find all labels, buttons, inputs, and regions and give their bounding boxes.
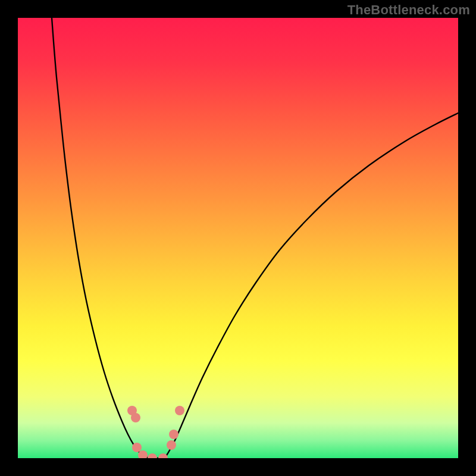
data-marker — [169, 430, 178, 439]
data-marker — [131, 413, 140, 422]
watermark-text: TheBottleneck.com — [347, 2, 470, 18]
plot-area — [18, 18, 458, 458]
data-marker — [167, 440, 176, 450]
chart-frame: TheBottleneck.com — [0, 0, 476, 476]
data-marker — [175, 406, 184, 415]
bottleneck-curve — [18, 18, 458, 458]
data-marker — [138, 450, 148, 458]
